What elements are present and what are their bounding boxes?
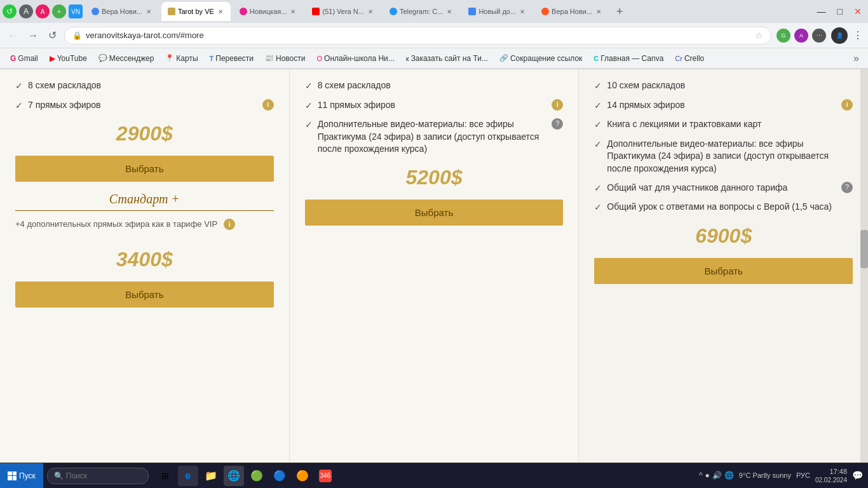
check-icon: ✓ <box>305 100 313 112</box>
feature-text-m2: 11 прямых эфиров <box>318 99 545 112</box>
taskbar-icon-edge[interactable]: e <box>178 466 198 486</box>
messenger-icon: 💬 <box>98 54 107 62</box>
ext-icon-1[interactable]: G <box>776 29 790 43</box>
bookmarks-bar: G Gmail ▶ YouTube 💬 Мессенджер 📍 Карты T… <box>0 48 868 69</box>
select-button-m[interactable]: Выбрать <box>305 200 564 226</box>
back-button[interactable]: ← <box>5 27 20 44</box>
taskbar-icon-chrome[interactable]: 🌐 <box>224 466 244 486</box>
bookmark-tilda[interactable]: к Заказать сайт на Ти... <box>401 52 493 65</box>
minimize-button[interactable]: — <box>813 5 830 18</box>
tray-icon-3[interactable]: 🔊 <box>712 471 722 480</box>
browser-menu-button[interactable]: ⋮ <box>853 29 863 41</box>
taskbar-icon-6[interactable]: 🟠 <box>292 466 313 486</box>
tab-tarot-by-ve[interactable]: Tarot by VE ✕ <box>161 2 231 21</box>
tray-icon-2[interactable]: ● <box>705 471 710 480</box>
new-tab-button[interactable]: + <box>611 3 628 21</box>
url-box[interactable]: 🔒 veranovitskaya-tarot.com/#more ☆ <box>64 27 771 44</box>
date-display: 02.02.2024 <box>815 476 847 484</box>
browser-tab-icon-2[interactable]: A <box>36 4 50 18</box>
bookmark-shortener[interactable]: 🔗 Сокращение ссылок <box>494 52 587 65</box>
bookmark-maps[interactable]: 📍 Карты <box>160 52 203 65</box>
forward-button[interactable]: → <box>25 27 41 44</box>
scrollbar-thumb[interactable] <box>860 230 868 268</box>
bookmark-gmail-label: Gmail <box>18 54 37 63</box>
notification-icon[interactable]: 💬 <box>852 470 863 480</box>
tab-7[interactable]: Вера Нови... ✕ <box>535 2 609 21</box>
browser-tab-icon-3[interactable]: + <box>52 4 66 18</box>
maximize-button[interactable]: □ <box>834 5 846 18</box>
start-button[interactable]: Пуск <box>0 463 43 488</box>
tray-icon-4[interactable]: 🌐 <box>724 471 734 480</box>
profile-avatar[interactable]: 👤 <box>831 27 848 44</box>
feature-item-r3: ✓ Книга с лекциями и трактовками карт <box>594 118 853 132</box>
start-label: Пуск <box>19 471 36 480</box>
tab-6[interactable]: Новый до... ✕ <box>462 2 532 21</box>
language-display: РУС <box>796 471 810 479</box>
translate-icon: T <box>210 55 214 62</box>
taskbar-icon-explorer[interactable]: 📁 <box>201 466 221 486</box>
taskbar-search-input[interactable] <box>66 471 130 480</box>
ext-icon-2[interactable]: A <box>794 29 808 43</box>
info-badge-2[interactable]: i <box>224 219 235 230</box>
browser-tab-icon-1[interactable]: A <box>19 4 33 18</box>
question-badge-r[interactable]: ? <box>841 182 853 193</box>
taskbar-right: ^ ● 🔊 🌐 9°C Partly sunny РУС 17:48 02.02… <box>694 467 868 484</box>
tray-icon-1[interactable]: ^ <box>699 471 703 480</box>
feature-text-r1: 10 схем раскладов <box>607 79 853 92</box>
plan-subtitle: Стандарт + <box>15 192 274 211</box>
taskbar-icon-7[interactable]: 346 <box>315 466 336 486</box>
price-display-2: 3400$ <box>15 248 274 271</box>
bookmark-crello[interactable]: Cr Crello <box>670 52 709 65</box>
bookmarks-more-button[interactable]: » <box>850 51 863 65</box>
info-badge-r[interactable]: i <box>841 99 853 111</box>
question-badge[interactable]: ? <box>552 118 563 130</box>
gmail-icon: G <box>10 54 16 63</box>
feature-text-2: 7 прямых эфиров <box>28 99 255 112</box>
tab-close-btn[interactable]: ✕ <box>217 7 224 17</box>
info-badge-m[interactable]: i <box>552 99 563 111</box>
maps-icon: 📍 <box>165 54 174 62</box>
taskbar-icon-1[interactable]: ⊞ <box>155 466 175 486</box>
tab-4[interactable]: (51) Vera N... ✕ <box>306 2 380 21</box>
check-icon: ✓ <box>305 119 313 132</box>
feature-item-r5: ✓ Общий чат для участников данного тариф… <box>594 182 853 195</box>
bookmark-canva-label: Главная — Canva <box>600 54 663 63</box>
youtube-icon: ▶ <box>50 54 55 63</box>
check-icon: ✓ <box>594 201 602 214</box>
ext-icon-3[interactable]: ⋯ <box>812 29 826 43</box>
bookmark-translate[interactable]: T Перевести <box>205 52 259 65</box>
bookmark-messenger[interactable]: 💬 Мессенджер <box>93 52 159 65</box>
address-bar: ← → ↺ 🔒 veranovitskaya-tarot.com/#more ☆… <box>0 23 868 48</box>
bookmark-youtube[interactable]: ▶ YouTube <box>44 52 92 65</box>
select-button-1[interactable]: Выбрать <box>15 156 274 182</box>
select-button-2[interactable]: Выбрать <box>15 281 274 308</box>
pricing-area: ✓ 8 схем раскладов ✓ 7 прямых эфиров i 2… <box>0 69 868 471</box>
browser-tab-icon-4[interactable]: VN <box>69 4 83 18</box>
check-icon: ✓ <box>594 119 602 132</box>
feature-text: 8 схем раскладов <box>28 79 274 92</box>
tab-5[interactable]: Telegram: C... ✕ <box>383 2 459 21</box>
browser-action-icon[interactable]: ↺ <box>3 4 17 18</box>
tray-icons: ^ ● 🔊 🌐 <box>699 471 734 480</box>
reload-button[interactable]: ↺ <box>46 27 59 44</box>
taskbar-search-box[interactable]: 🔍 <box>47 468 149 484</box>
tab-1[interactable]: Вера Нови... ✕ <box>85 2 159 21</box>
bookmark-school[interactable]: О Онлайн-школа Ни... <box>311 52 399 65</box>
extension-icons: G A ⋯ <box>776 29 826 43</box>
bookmark-star-icon[interactable]: ☆ <box>755 30 763 41</box>
select-button-r[interactable]: Выбрать <box>594 258 853 284</box>
canva-icon: C <box>593 55 599 62</box>
taskbar-icon-chrome2[interactable]: 🟢 <box>247 466 267 486</box>
bookmark-news[interactable]: 📰 Новости <box>260 52 310 65</box>
taskbar-icon-5[interactable]: 🔵 <box>269 466 290 486</box>
bookmark-gmail[interactable]: G Gmail <box>5 52 43 65</box>
close-button[interactable]: ✕ <box>850 5 865 18</box>
tab-3[interactable]: Новицкая... ✕ <box>233 2 304 21</box>
scrollbar-track[interactable] <box>860 69 868 471</box>
bookmark-canva[interactable]: C Главная — Canva <box>588 52 668 65</box>
shortener-icon: 🔗 <box>499 54 508 62</box>
plan-desc: +4 дополнительных прямых эфира как в тар… <box>15 219 217 230</box>
info-badge[interactable]: i <box>262 99 274 111</box>
bookmark-shortener-label: Сокращение ссылок <box>510 54 582 63</box>
bookmark-school-label: Онлайн-школа Ни... <box>324 54 395 63</box>
